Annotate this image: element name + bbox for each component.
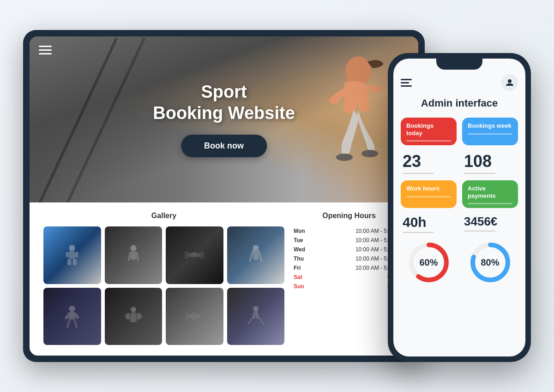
gallery-figure [43,226,101,284]
svg-rect-22 [201,312,204,321]
svg-rect-18 [69,312,75,320]
gallery-title: Gallery [43,212,284,220]
phone-content: Admin interface Bookings today Bookings … [393,70,525,293]
gallery-item[interactable] [166,226,223,284]
stats-numbers-row1: 23 108 [401,152,518,174]
svg-point-3 [69,245,75,251]
active-payments-value-cell: 3456€ [462,214,518,233]
svg-rect-4 [69,251,75,259]
gallery-figure [105,226,163,284]
svg-point-19 [131,307,136,312]
bookings-week-label: Bookings week [468,122,512,130]
active-payments-value: 3456€ [464,214,516,229]
svg-point-9 [130,245,136,251]
bottom-section: Gallery [30,202,418,356]
gallery-item[interactable] [166,288,223,345]
gallery-item[interactable] [105,226,163,284]
day-label: Mon [294,228,310,234]
scene: Sport Booking Website Book now Gallery [23,16,531,376]
day-label: Fri [294,265,310,271]
phone-header [401,74,518,91]
bookings-week-value-cell: 108 [462,152,518,174]
phone-screen: Admin interface Bookings today Bookings … [393,59,525,356]
svg-rect-21 [185,312,188,321]
user-avatar[interactable] [501,74,518,91]
svg-point-24 [253,306,259,311]
svg-rect-10 [131,251,136,260]
work-hours-value-cell: 40h [401,214,457,233]
book-now-button[interactable]: Book now [181,135,267,157]
gallery-item[interactable] [227,288,285,345]
gallery-figure [166,226,223,284]
gallery-figure [166,288,223,345]
svg-rect-5 [66,252,69,258]
bookings-week-value: 108 [464,152,516,171]
charts-row: 60% 80% [401,239,518,285]
bookings-today-card: Bookings today [401,118,457,145]
work-hours-value: 40h [403,214,455,230]
bookings-today-value-cell: 23 [401,152,457,174]
gallery-item[interactable] [43,226,101,284]
hero-title: Sport Booking Website [153,82,295,124]
hero-text: Sport Booking Website Book now [153,82,295,157]
donut-label-1: 60% [406,239,452,285]
donut-label-2: 80% [467,239,513,285]
stats-numbers-row2: 40h 3456€ [401,214,518,233]
svg-point-1 [336,154,353,161]
hamburger-menu[interactable] [39,46,52,54]
svg-rect-16 [253,250,259,260]
svg-point-23 [191,312,199,320]
laptop-device: Sport Booking Website Book now Gallery [23,30,425,362]
svg-point-2 [361,150,378,157]
svg-rect-8 [73,259,77,265]
svg-point-17 [69,305,75,311]
phone-device: Admin interface Bookings today Bookings … [388,53,531,362]
svg-point-14 [192,252,197,257]
runner-silhouette [298,46,400,202]
day-label: Thu [294,255,310,262]
gallery-item[interactable] [105,288,163,345]
stats-grid: Bookings today Bookings week [401,118,518,145]
donut-chart-2: 80% [462,239,518,285]
bookings-today-value: 23 [403,152,455,171]
gallery-figure [227,288,285,345]
stats-grid-row2: Work hours Active payments [401,180,518,208]
gallery-item[interactable] [227,226,285,284]
day-label: Wed [294,246,310,253]
user-icon [505,78,514,87]
gallery-figure [227,226,285,284]
phone-notch [436,59,482,70]
admin-title: Admin interface [401,97,518,109]
day-label: Tue [294,237,310,244]
active-payments-card: Active payments [462,180,518,208]
active-payments-label: Active payments [468,185,512,199]
svg-rect-13 [200,251,204,259]
day-label: Sun [294,283,310,290]
laptop-screen: Sport Booking Website Book now Gallery [30,36,418,356]
hero-section: Sport Booking Website Book now [30,36,418,202]
gallery-figure [43,288,101,345]
gallery-grid [43,226,284,345]
svg-point-15 [253,245,259,251]
work-hours-label: Work hours [406,185,451,192]
gallery-figure [105,288,163,345]
gallery-item[interactable] [43,288,101,345]
bookings-today-label: Bookings today [406,122,451,137]
work-hours-card: Work hours [401,180,457,208]
day-label: Sat [294,274,310,280]
gallery-section: Gallery [43,212,284,346]
svg-rect-6 [75,252,78,258]
donut-chart-1: 60% [401,239,457,285]
svg-rect-12 [185,251,188,259]
phone-hamburger-menu[interactable] [401,79,412,87]
svg-rect-7 [67,259,71,265]
svg-point-25 [508,79,512,83]
bookings-week-card: Bookings week [462,118,518,145]
